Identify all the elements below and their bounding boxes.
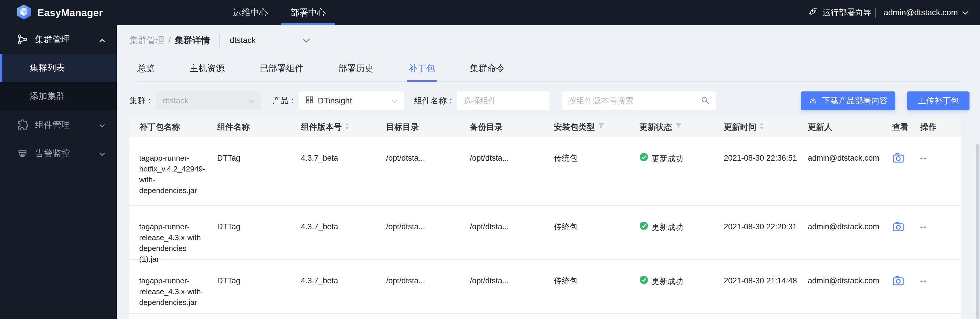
- product-filter-select[interactable]: DTinsight: [299, 91, 404, 110]
- cell-update-time: 2021-08-30 22:36:51: [724, 153, 808, 164]
- user-menu[interactable]: admin@dtstack.com: [884, 8, 968, 17]
- cell-component: DTTag: [217, 276, 301, 286]
- cell-updated-by: admin@dtstack.com: [808, 276, 892, 286]
- table-row: tagapp-runner-hotfix_v.4.2_42949-with-de…: [129, 137, 961, 206]
- cell-backup-dir: /opt/dtsta...: [470, 153, 554, 164]
- filter-funnel-icon[interactable]: [598, 123, 605, 132]
- cell-package-type: 传统包: [554, 222, 640, 232]
- table-row: tagapp-runner-release_4.3.x-with-depende…: [129, 260, 961, 314]
- cell-package-type: 传统包: [554, 153, 640, 164]
- col-update-status[interactable]: 更新状态: [640, 121, 724, 132]
- cluster-detail-select[interactable]: dtstack: [230, 36, 310, 45]
- sort-icon[interactable]: [345, 123, 349, 132]
- user-email: admin@dtstack.com: [884, 8, 958, 17]
- version-search-input[interactable]: [568, 96, 701, 105]
- topbar-divider: [875, 8, 876, 18]
- success-check-icon: [640, 222, 648, 233]
- component-filter-label: 组件名称：: [414, 95, 455, 106]
- component-filter-placeholder: 选择组件: [464, 95, 496, 106]
- deploy-wizard-button[interactable]: 运行部署向导: [808, 7, 872, 19]
- sidebar-item-add-cluster[interactable]: 添加集群: [0, 82, 117, 110]
- cluster-filter-value: dtstack: [162, 96, 189, 105]
- nav-ops-center[interactable]: 运维中心: [224, 0, 277, 25]
- sidebar-item-add-cluster-label: 添加集群: [30, 90, 65, 102]
- tab-overview[interactable]: 总览: [137, 56, 155, 81]
- sort-icon[interactable]: [759, 123, 764, 132]
- download-icon: [809, 96, 818, 106]
- tab-patch-package-label: 补丁包: [409, 62, 435, 75]
- table-body: tagapp-runner-hotfix_v.4.2_42949-with-de…: [129, 137, 961, 319]
- cluster-detail-select-value: dtstack: [230, 36, 256, 45]
- col-updated-by: 更新人: [808, 121, 892, 132]
- cell-status: 更新成功: [640, 222, 724, 233]
- col-package-type[interactable]: 安装包类型: [554, 121, 640, 132]
- view-log-button[interactable]: [892, 222, 920, 235]
- cell-status: 更新成功: [640, 153, 724, 164]
- download-deploy-content-button[interactable]: 下载产品部署内容: [801, 91, 896, 110]
- chevron-down-icon: [303, 36, 310, 45]
- cell-update-time: 2021-08-30 22:20:31: [724, 222, 808, 232]
- view-log-button[interactable]: [892, 276, 920, 289]
- component-filter-select[interactable]: 选择组件: [457, 91, 549, 110]
- version-search: [562, 91, 716, 110]
- breadcrumb-divider: [219, 34, 220, 47]
- tabs: 总览 主机资源 已部署组件 部署历史 补丁包 集群命令: [137, 56, 961, 82]
- filter-bar: 集群： dtstack 产品： DTinsight: [129, 91, 969, 110]
- filter-funnel-icon[interactable]: [675, 123, 682, 132]
- sidebar-group-alert-monitor[interactable]: 告警监控: [0, 139, 117, 167]
- puzzle-icon: [17, 119, 28, 130]
- col-update-time[interactable]: 更新时间: [724, 121, 808, 132]
- rocket-icon: [808, 7, 818, 19]
- view-log-button[interactable]: [892, 153, 920, 166]
- tab-cluster-commands-label: 集群命令: [470, 62, 505, 75]
- chevron-down-icon: [99, 120, 105, 130]
- cell-version: 4.3.7_beta: [301, 222, 386, 232]
- tab-cluster-commands[interactable]: 集群命令: [470, 56, 505, 81]
- topbar-right: 运行部署向导 admin@dtstack.com: [808, 7, 968, 19]
- cell-component: DTTag: [217, 222, 301, 232]
- sidebar-item-cluster-list[interactable]: 集群列表: [0, 54, 117, 82]
- topbar: EasyManager 运维中心 部署中心 运行部署向导 admin@dtsta…: [0, 0, 980, 25]
- chevron-down-icon: [248, 96, 255, 105]
- upload-button-label: 上传补丁包: [918, 95, 959, 106]
- tab-overview-label: 总览: [137, 62, 155, 75]
- top-nav: 运维中心 部署中心: [224, 0, 335, 25]
- cell-package-type: 传统包: [554, 276, 640, 286]
- sidebar-group-cluster-management[interactable]: 集群管理: [0, 25, 117, 54]
- success-check-icon: [640, 276, 648, 287]
- tab-host-resources[interactable]: 主机资源: [190, 56, 225, 81]
- cluster-topology-icon: [17, 34, 28, 45]
- cell-target-dir: /opt/dtsta...: [386, 222, 470, 232]
- col-action: 操作: [920, 121, 961, 132]
- patch-table: 补丁包名称 组件名称 组件版本号 目标目录 备份目录 安装包类型 更新状态: [129, 117, 961, 319]
- sidebar-submenu: 集群列表 添加集群: [0, 54, 117, 110]
- cell-patch-name: tagapp-runner-release_4.3.x-with-depende…: [139, 222, 217, 265]
- nav-deploy-center[interactable]: 部署中心: [282, 0, 335, 25]
- col-view: 查看: [892, 121, 920, 132]
- sidebar-group-component-management[interactable]: 组件管理: [0, 110, 117, 139]
- col-patch-name: 补丁包名称: [139, 121, 217, 132]
- nav-deploy-center-label: 部署中心: [291, 7, 326, 19]
- tab-deployed-components[interactable]: 已部署组件: [260, 56, 304, 81]
- nav-ops-center-label: 运维中心: [233, 7, 268, 19]
- product-filter-label: 产品：: [272, 95, 297, 106]
- tab-patch-package[interactable]: 补丁包: [409, 56, 435, 81]
- table-header: 补丁包名称 组件名称 组件版本号 目标目录 备份目录 安装包类型 更新状态: [129, 117, 961, 137]
- breadcrumb-separator: /: [169, 35, 171, 45]
- breadcrumb-parent[interactable]: 集群管理: [129, 35, 164, 46]
- row-action: --: [920, 276, 961, 286]
- col-component-version[interactable]: 组件版本号: [301, 121, 386, 132]
- cell-patch-name: tagapp-runner-hotfix_v.4.2_42949-with-de…: [139, 153, 217, 196]
- table-row-partial: [129, 314, 961, 319]
- logo: EasyManager: [16, 4, 103, 21]
- upload-patch-button[interactable]: 上传补丁包: [907, 91, 969, 110]
- main-content: 集群管理 / 集群详情 dtstack 总览 主机资源 已部署组件 部署历史 补…: [117, 25, 980, 319]
- cell-target-dir: /opt/dtsta...: [386, 153, 470, 164]
- cell-updated-by: admin@dtstack.com: [808, 153, 892, 164]
- product-filter-value: DTinsight: [318, 96, 352, 105]
- grid-icon: [305, 96, 314, 106]
- scrollbar[interactable]: [975, 144, 979, 319]
- cell-target-dir: /opt/dtsta...: [386, 276, 470, 286]
- cell-patch-name: tagapp-runner-release_4.3.x-with-depende…: [139, 276, 217, 308]
- tab-deploy-history[interactable]: 部署历史: [339, 56, 374, 81]
